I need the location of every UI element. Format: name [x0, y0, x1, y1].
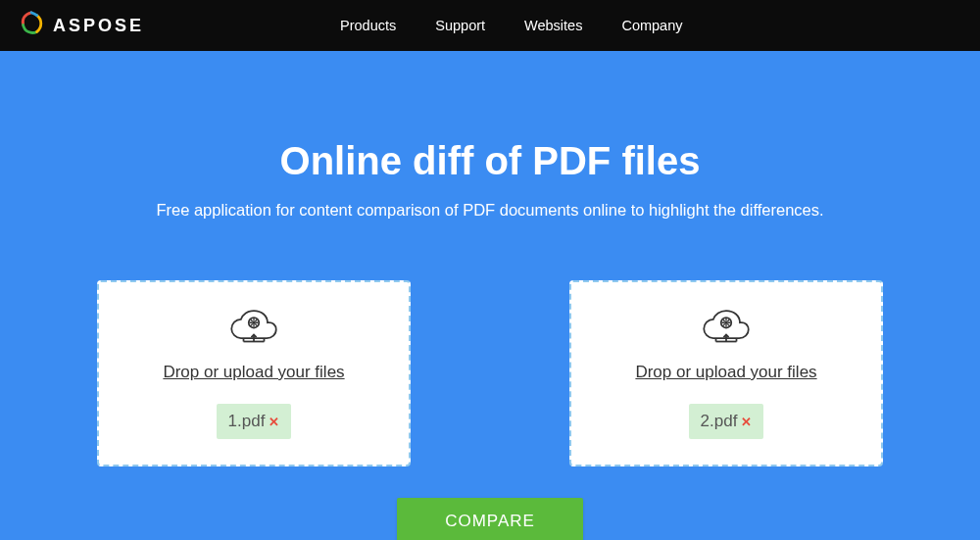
dropzone-left[interactable]: Drop or upload your files 1.pdf ✕: [97, 280, 411, 466]
brand-name: ASPOSE: [53, 16, 144, 36]
remove-file-icon[interactable]: ✕: [739, 415, 752, 429]
file-chip: 1.pdf ✕: [217, 404, 292, 439]
hero: Online diff of PDF files Free applicatio…: [0, 51, 980, 220]
navbar: ASPOSE Products Support Websites Company: [0, 0, 980, 51]
nav-item-products[interactable]: Products: [340, 18, 396, 33]
dropzone-label: Drop or upload your files: [163, 363, 344, 382]
nav-item-support[interactable]: Support: [435, 18, 485, 33]
compare-button[interactable]: COMPARE: [397, 498, 583, 540]
remove-file-icon[interactable]: ✕: [267, 415, 279, 429]
nav-item-websites[interactable]: Websites: [524, 18, 582, 33]
page-subtitle: Free application for content comparison …: [0, 201, 980, 220]
nav-links: Products Support Websites Company: [340, 18, 682, 33]
cloud-upload-icon: [699, 304, 754, 349]
swirl-icon: [18, 10, 45, 41]
svg-point-1: [252, 321, 256, 325]
dropzones-row: Drop or upload your files 1.pdf ✕ Drop o…: [0, 280, 980, 466]
page-title: Online diff of PDF files: [0, 139, 980, 183]
file-name: 2.pdf: [701, 412, 738, 431]
brand-logo[interactable]: ASPOSE: [18, 10, 144, 41]
file-name: 1.pdf: [228, 412, 266, 431]
dropzone-right[interactable]: Drop or upload your files 2.pdf ✕: [569, 280, 883, 466]
file-chip: 2.pdf ✕: [689, 404, 764, 439]
dropzone-label: Drop or upload your files: [635, 363, 816, 382]
svg-point-7: [724, 321, 728, 325]
nav-item-company[interactable]: Company: [621, 18, 682, 33]
cloud-upload-icon: [226, 304, 281, 349]
